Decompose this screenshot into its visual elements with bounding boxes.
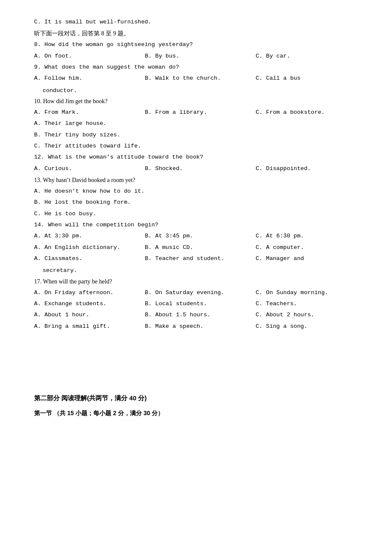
options-18: A. Exchange students. B. Local students.… <box>34 299 366 309</box>
option-17c: C. On Sunday morning. <box>256 288 328 298</box>
part2-header: 第二部分 阅读理解(共两节，满分 40 分) <box>34 392 366 404</box>
section-intro-10-12: 10. How did Jim get the book? <box>34 96 366 107</box>
option-15c: C. A computer. <box>256 243 304 253</box>
option-14c: C. At 6:30 pm. <box>256 231 304 241</box>
option-15b: B. A music CD. <box>145 243 256 253</box>
option-13a: B. He lost the booking form. <box>34 197 366 208</box>
question-13: A. He doesn’t know how to do it. <box>34 186 366 197</box>
option-12a: A. Curious. <box>34 164 145 174</box>
option-c-q7: C. It is small but well-furnished. <box>34 17 366 27</box>
option-14b: B. At 3:45 pm. <box>145 231 256 241</box>
main-content: C. It is small but well-furnished. 听下面一段… <box>34 17 366 419</box>
option-9b: B. Walk to the church. <box>145 73 256 84</box>
options-16: A. Classmates. B. Teacher and student. C… <box>34 254 366 264</box>
option-13c: 14. When will the competition begin? <box>34 220 366 230</box>
option-14a: A. At 3:30 pm. <box>34 231 145 241</box>
options-14: A. At 3:30 pm. B. At 3:45 pm. C. At 6:30… <box>34 231 366 241</box>
option-18a: A. Exchange students. <box>34 299 145 309</box>
options-15: A. An English dictionary. B. A music CD.… <box>34 243 366 253</box>
option-20a: A. Bring a small gift. <box>34 321 145 332</box>
option-12b: B. Shocked. <box>145 164 256 174</box>
option-16c-continuation: secretary. <box>34 267 77 274</box>
option-11b: C. Their attitudes toward life. <box>34 141 366 151</box>
option-18c: C. Teachers. <box>256 299 297 309</box>
section-intro-13-16: 13. Why hasn’t David booked a room yet? <box>34 175 366 185</box>
option-11c: 12. What is the woman’s attitude toward … <box>34 152 366 162</box>
option-19c: C. About 2 hours. <box>256 310 314 320</box>
option-13b: C. He is too busy. <box>34 209 366 219</box>
section-intro-17-20: 17. When will the party be held? <box>34 276 366 287</box>
option-20c: C. Sing a song. <box>256 321 308 332</box>
options-12: A. Curious. B. Shocked. C. Disappointed. <box>34 164 366 174</box>
option-20b: B. Make a speech. <box>145 321 256 332</box>
options-17: A. On Friday afternoon. B. On Saturday e… <box>34 288 366 298</box>
options-9: A. Follow him. B. Walk to the church. C.… <box>34 73 366 84</box>
options-8: A. On foot. B. By bus. C. By car. <box>34 51 366 61</box>
question-8: 8. How did the woman go sightseeing yest… <box>34 40 366 50</box>
option-10a: A. From Mark. <box>34 107 145 118</box>
option-8a: A. On foot. <box>34 51 145 61</box>
option-17b: B. On Saturday evening. <box>145 288 256 298</box>
options-19: A. About 1 hour. B. About 1.5 hours. C. … <box>34 310 366 320</box>
option-16c: C. Manager and <box>256 254 304 264</box>
option-19b: B. About 1.5 hours. <box>145 310 256 320</box>
option-10c: C. From a bookstore. <box>256 107 325 118</box>
option-9c-continuation: conductor. <box>34 87 77 94</box>
question-9: 9. What does the man suggest the woman d… <box>34 62 366 72</box>
question-11: A. Their large house. <box>34 119 366 129</box>
option-18b: B. Local students. <box>145 299 256 309</box>
section-intro-8-9: 听下面一段对话，回答第 8 至 9 题。 <box>34 28 366 39</box>
option-16a: A. Classmates. <box>34 254 145 264</box>
option-19a: A. About 1 hour. <box>34 310 145 320</box>
option-12c: C. Disappointed. <box>256 164 311 174</box>
option-15a: A. An English dictionary. <box>34 243 145 253</box>
option-11a: B. Their tiny body sizes. <box>34 130 366 140</box>
section1-label: 第一节 （共 15 小题；每小题 2 分，满分 30 分） <box>34 408 366 419</box>
option-9c: C. Call a bus <box>256 73 300 84</box>
option-9a: A. Follow him. <box>34 73 145 84</box>
option-8b: B. By bus. <box>145 51 256 61</box>
options-10: A. From Mark. B. From a library. C. From… <box>34 107 366 118</box>
option-8c: C. By car. <box>256 51 366 61</box>
option-17a: A. On Friday afternoon. <box>34 288 145 298</box>
option-10b: B. From a library. <box>145 107 256 118</box>
options-20: A. Bring a small gift. B. Make a speech.… <box>34 321 366 332</box>
option-16b: B. Teacher and student. <box>145 254 256 264</box>
